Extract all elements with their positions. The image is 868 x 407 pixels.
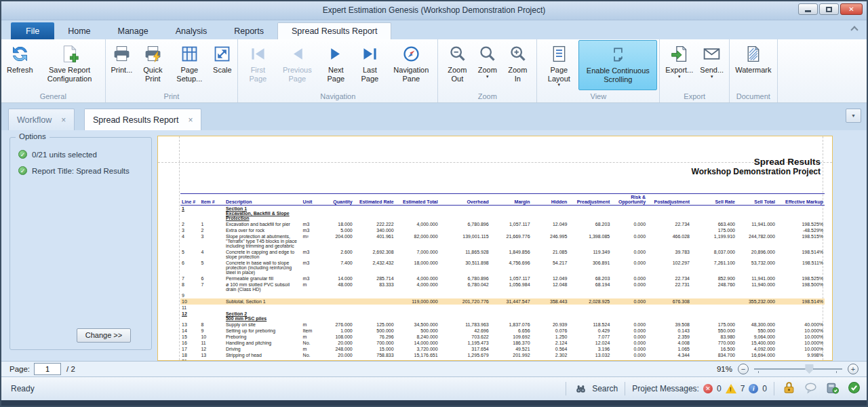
zoom-button[interactable]: Zoom ▼ bbox=[474, 40, 500, 90]
validation-ok-button[interactable] bbox=[846, 382, 861, 395]
maximize-button[interactable] bbox=[819, 3, 839, 15]
document-tabstrip: Workflow × Spread Results Report × ▼ bbox=[1, 103, 867, 130]
zoom-dropdown-caret-icon: ▼ bbox=[486, 75, 490, 79]
tab-file[interactable]: File bbox=[11, 22, 54, 39]
send-icon bbox=[702, 41, 722, 66]
warning-icon: ! bbox=[726, 384, 736, 393]
page-layout-button[interactable]: Page Layout ▼ bbox=[539, 40, 578, 90]
warning-count: 7 bbox=[741, 384, 745, 393]
group-label-view: View bbox=[539, 92, 657, 102]
navigation-pane-icon bbox=[401, 41, 421, 66]
search-button[interactable]: Search bbox=[573, 382, 618, 395]
table-row: 1611Handling and pitchingNo.20.000700.00… bbox=[180, 340, 825, 346]
minimize-button[interactable] bbox=[798, 3, 818, 15]
group-label-zoom: Zoom bbox=[440, 92, 534, 102]
option-units-selected-label: 0/21 units selected bbox=[32, 151, 97, 159]
page-layout-label: Page Layout bbox=[542, 66, 575, 83]
tab-manage[interactable]: Manage bbox=[104, 22, 162, 39]
ribbon-group-navigation: First Page Previous Page Next Page bbox=[238, 39, 438, 102]
tab-spread-results-report[interactable]: Spread Results Report bbox=[277, 22, 391, 39]
first-page-button[interactable]: First Page bbox=[240, 40, 275, 90]
option-report-title: ✓ Report Title: Spread Results bbox=[18, 166, 130, 175]
page-label: Page: bbox=[9, 365, 30, 373]
export-button[interactable]: Export... ▼ bbox=[662, 40, 696, 90]
check-icon: ✓ bbox=[18, 150, 27, 159]
doctab-spread-results-report[interactable]: Spread Results Report × bbox=[84, 109, 201, 130]
zoom-label: Zoom bbox=[478, 66, 497, 75]
scale-button[interactable]: Scale bbox=[209, 40, 235, 90]
report-table: Line #Item #DescriptionUnitQuantityEstim… bbox=[180, 193, 825, 361]
column-header: Margin bbox=[490, 194, 532, 206]
enable-continuous-scrolling-toggle[interactable]: Enable Continuous Scrolling bbox=[578, 40, 657, 90]
print-button[interactable]: Print... bbox=[108, 40, 136, 90]
comments-button[interactable] bbox=[803, 382, 818, 395]
send-button[interactable]: Send... ▼ bbox=[696, 40, 727, 90]
report-subtitle: Workshop Demonstration Project bbox=[692, 167, 821, 176]
quick-print-label: Quick Print bbox=[139, 66, 166, 83]
tab-analysis[interactable]: Analysis bbox=[162, 22, 221, 39]
first-page-label: First Page bbox=[243, 66, 272, 83]
zoom-in-button[interactable]: Zoom In bbox=[500, 40, 534, 90]
zoom-out-slider-button[interactable]: − bbox=[738, 364, 749, 374]
quick-print-button[interactable]: Quick Print bbox=[136, 40, 170, 90]
column-header: Estimated Total bbox=[395, 194, 439, 206]
previous-page-icon bbox=[288, 41, 307, 66]
table-row: 1510Preboringm108.00076.2968,240.000703.… bbox=[180, 334, 825, 340]
save-report-icon bbox=[60, 41, 79, 66]
column-header: Item # bbox=[199, 194, 224, 206]
page-bar: Page: / 2 91% − + bbox=[1, 361, 867, 377]
table-row: 138Supply on sitem276.000125.00034,500.0… bbox=[180, 322, 825, 328]
group-label-general: General bbox=[3, 92, 103, 102]
close-icon: ✕ bbox=[848, 5, 854, 13]
security-button[interactable] bbox=[781, 382, 796, 395]
minimize-icon bbox=[805, 10, 811, 12]
info-count: 0 bbox=[762, 384, 767, 393]
project-messages[interactable]: Project Messages: ✕ 0 ! 7 i 0 bbox=[632, 384, 767, 393]
zoom-slider[interactable] bbox=[754, 364, 842, 374]
window-bottom-edge bbox=[1, 400, 867, 406]
table-row: 1Section 1 Excavation, Backfill & Slope … bbox=[180, 206, 825, 222]
column-header: Quantity bbox=[322, 194, 354, 206]
zoom-out-button[interactable]: Zoom Out bbox=[440, 40, 474, 90]
last-page-button[interactable]: Last Page bbox=[353, 40, 387, 90]
watermark-button[interactable]: Watermark bbox=[732, 40, 774, 90]
next-page-button[interactable]: Next Page bbox=[319, 40, 353, 90]
export-icon bbox=[669, 41, 689, 66]
sync-status-button[interactable] bbox=[825, 382, 840, 395]
project-messages-label: Project Messages: bbox=[632, 384, 699, 393]
doctab-spread-label: Spread Results Report bbox=[93, 115, 178, 125]
tab-home[interactable]: Home bbox=[54, 22, 104, 39]
ribbon-tabstrip: File Home Manage Analysis Reports Spread… bbox=[1, 20, 867, 39]
page-setup-label: Page Setup... bbox=[173, 66, 205, 83]
zoom-slider-thumb[interactable] bbox=[805, 364, 813, 374]
doctab-workflow-close-icon[interactable]: × bbox=[61, 115, 66, 125]
refresh-button[interactable]: Refresh bbox=[3, 40, 37, 90]
error-count: 0 bbox=[717, 384, 722, 393]
column-header: Risk & Opportunity bbox=[611, 194, 647, 206]
zoom-in-slider-button[interactable]: + bbox=[848, 364, 859, 374]
close-button[interactable]: ✕ bbox=[840, 3, 863, 15]
page-number-input[interactable] bbox=[34, 363, 61, 375]
doctab-spread-close-icon[interactable]: × bbox=[188, 115, 193, 125]
change-button[interactable]: Change >> bbox=[77, 328, 131, 343]
lock-icon bbox=[783, 381, 795, 396]
save-report-configuration-button[interactable]: Save Report Configuration bbox=[37, 40, 103, 90]
page-layout-icon bbox=[549, 41, 569, 66]
doctab-workflow[interactable]: Workflow × bbox=[8, 109, 75, 130]
window-controls: ✕ bbox=[798, 3, 863, 15]
statusbar-separator bbox=[566, 382, 566, 395]
watermark-label: Watermark bbox=[735, 66, 771, 75]
page-setup-icon bbox=[180, 41, 199, 66]
export-caret-icon: ▼ bbox=[677, 75, 682, 79]
navigation-pane-button[interactable]: Navigation Pane bbox=[387, 40, 435, 90]
database-check-icon bbox=[826, 381, 839, 396]
doctab-list-button[interactable]: ▼ bbox=[846, 109, 861, 123]
table-row: 10Subtotal, Section 1119,000.000201,720.… bbox=[180, 298, 825, 305]
previous-page-button[interactable]: Previous Page bbox=[275, 40, 319, 90]
scale-label: Scale bbox=[213, 66, 232, 75]
tab-reports[interactable]: Reports bbox=[220, 22, 277, 39]
page-setup-button[interactable]: Page Setup... bbox=[170, 40, 209, 90]
column-header: Postadjustment bbox=[647, 194, 691, 206]
zoom-percent: 91% bbox=[717, 365, 732, 373]
ok-check-icon bbox=[848, 381, 861, 396]
